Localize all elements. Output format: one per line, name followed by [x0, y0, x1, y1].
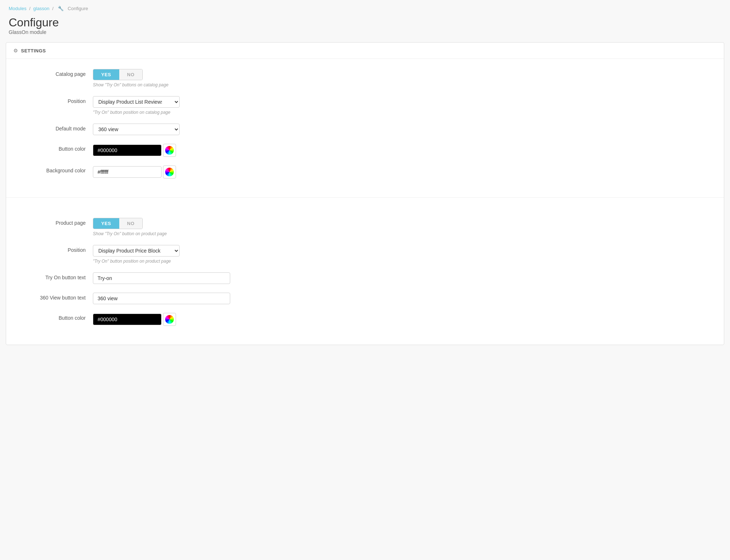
breadcrumb-modules[interactable]: Modules [9, 6, 26, 11]
product-button-color-row: Button color [6, 313, 724, 326]
product-position-help: "Try On" button position on product page [93, 259, 709, 264]
catalog-page-no-button[interactable]: NO [119, 69, 143, 80]
product-page-no-button[interactable]: NO [119, 218, 143, 229]
product-section: Product page YES NO Show "Try On" button… [6, 208, 724, 345]
catalog-section: Catalog page YES NO Show "Try On" button… [6, 59, 724, 197]
catalog-page-help: Show "Try On" buttons on catalog page [93, 82, 709, 87]
breadcrumb: Modules / glasson / 🔧 Configure [0, 0, 730, 14]
breadcrumb-sep2: / [52, 6, 53, 11]
gear-icon [13, 48, 18, 53]
product-button-color-group [93, 313, 709, 326]
catalog-bg-color-row: Background color [6, 165, 724, 178]
catalog-page-label: Catalog page [21, 69, 93, 77]
product-page-row: Product page YES NO Show "Try On" button… [6, 218, 724, 236]
catalog-page-row: Catalog page YES NO Show "Try On" button… [6, 69, 724, 87]
color-wheel-icon [165, 146, 174, 155]
breadcrumb-sep1: / [29, 6, 31, 11]
catalog-button-color-row: Button color [6, 144, 724, 157]
product-button-color-picker[interactable] [163, 313, 176, 326]
product-button-color-label: Button color [21, 313, 93, 321]
catalog-page-control: YES NO Show "Try On" buttons on catalog … [93, 69, 709, 87]
catalog-bg-color-picker[interactable] [163, 165, 176, 178]
catalog-position-label: Position [21, 96, 93, 104]
catalog-button-color-input[interactable] [93, 145, 162, 156]
view360-text-control [93, 293, 709, 304]
catalog-position-select[interactable]: Display Product List Reviews Display Pro… [93, 96, 180, 108]
product-button-color-control [93, 313, 709, 326]
catalog-position-help: "Try On" button position on catalog page [93, 110, 709, 115]
page-header: Configure GlassOn module [0, 14, 730, 42]
catalog-bg-color-input[interactable] [93, 166, 162, 178]
breadcrumb-glasson[interactable]: glasson [33, 6, 50, 11]
catalog-button-color-group [93, 144, 709, 157]
product-position-label: Position [21, 245, 93, 253]
default-mode-label: Default mode [21, 124, 93, 132]
page-subtitle: GlassOn module [9, 29, 721, 35]
breadcrumb-configure: Configure [68, 6, 88, 11]
tryon-text-input[interactable] [93, 272, 230, 284]
view360-text-input[interactable] [93, 293, 230, 304]
catalog-page-yes-button[interactable]: YES [93, 69, 119, 80]
product-page-yes-button[interactable]: YES [93, 218, 119, 229]
tryon-text-control [93, 272, 709, 284]
default-mode-select[interactable]: 360 view Try On Auto [93, 124, 180, 135]
color-wheel-icon-3 [165, 315, 174, 324]
product-position-control: Display Product Price Block Display Prod… [93, 245, 709, 264]
catalog-position-control: Display Product List Reviews Display Pro… [93, 96, 709, 115]
view360-text-row: 360 View button text [6, 293, 724, 304]
product-page-toggle: YES NO [93, 218, 143, 229]
card-header: SETTINGS [6, 43, 724, 59]
product-position-row: Position Display Product Price Block Dis… [6, 245, 724, 264]
product-position-select[interactable]: Display Product Price Block Display Prod… [93, 245, 180, 257]
color-wheel-icon-2 [165, 168, 174, 176]
catalog-bg-color-control [93, 165, 709, 178]
catalog-position-row: Position Display Product List Reviews Di… [6, 96, 724, 115]
view360-text-label: 360 View button text [21, 293, 93, 301]
settings-card: SETTINGS Catalog page YES NO Show "Try O… [6, 42, 724, 345]
page-title: Configure [9, 16, 721, 29]
settings-title: SETTINGS [21, 48, 46, 53]
catalog-button-color-picker[interactable] [163, 144, 176, 157]
catalog-bg-color-group [93, 165, 709, 178]
default-mode-row: Default mode 360 view Try On Auto [6, 124, 724, 135]
catalog-bg-color-label: Background color [21, 165, 93, 173]
product-page-control: YES NO Show "Try On" button on product p… [93, 218, 709, 236]
catalog-page-toggle: YES NO [93, 69, 143, 80]
tryon-text-row: Try On button text [6, 272, 724, 284]
section-divider [6, 197, 724, 198]
catalog-button-color-label: Button color [21, 144, 93, 152]
tryon-text-label: Try On button text [21, 272, 93, 280]
catalog-button-color-control [93, 144, 709, 157]
product-button-color-input[interactable] [93, 314, 162, 325]
product-page-help: Show "Try On" button on product page [93, 231, 709, 236]
breadcrumb-configure-icon: 🔧 [58, 6, 64, 11]
product-page-label: Product page [21, 218, 93, 226]
default-mode-control: 360 view Try On Auto [93, 124, 709, 135]
